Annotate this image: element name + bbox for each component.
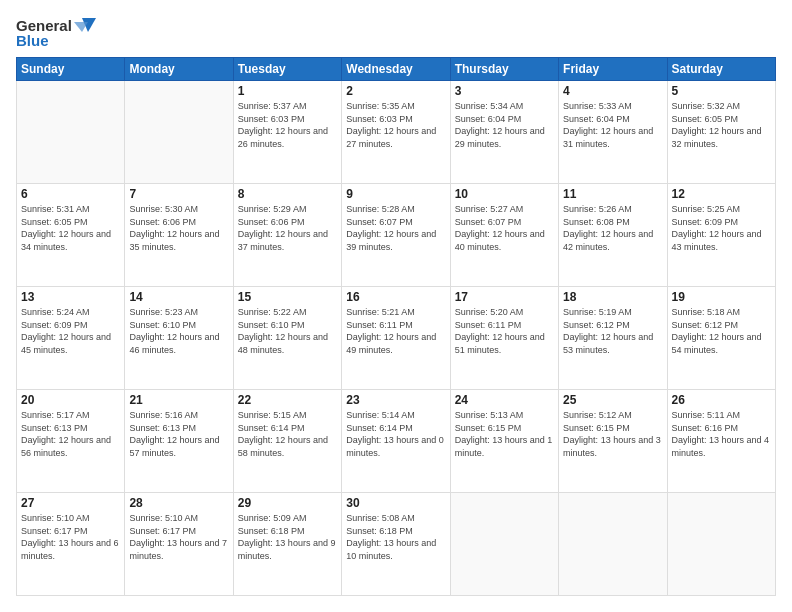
day-cell: 8Sunrise: 5:29 AMSunset: 6:06 PMDaylight…	[233, 184, 341, 287]
day-info: Sunrise: 5:26 AMSunset: 6:08 PMDaylight:…	[563, 203, 662, 253]
day-info: Sunrise: 5:34 AMSunset: 6:04 PMDaylight:…	[455, 100, 554, 150]
day-cell: 10Sunrise: 5:27 AMSunset: 6:07 PMDayligh…	[450, 184, 558, 287]
day-cell: 7Sunrise: 5:30 AMSunset: 6:06 PMDaylight…	[125, 184, 233, 287]
day-number: 20	[21, 393, 120, 407]
day-number: 16	[346, 290, 445, 304]
week-row-2: 6Sunrise: 5:31 AMSunset: 6:05 PMDaylight…	[17, 184, 776, 287]
day-number: 6	[21, 187, 120, 201]
day-number: 29	[238, 496, 337, 510]
calendar-header-row: SundayMondayTuesdayWednesdayThursdayFrid…	[17, 58, 776, 81]
day-cell: 22Sunrise: 5:15 AMSunset: 6:14 PMDayligh…	[233, 390, 341, 493]
day-number: 18	[563, 290, 662, 304]
calendar-table: SundayMondayTuesdayWednesdayThursdayFrid…	[16, 57, 776, 596]
day-info: Sunrise: 5:35 AMSunset: 6:03 PMDaylight:…	[346, 100, 445, 150]
day-cell	[125, 81, 233, 184]
day-cell: 6Sunrise: 5:31 AMSunset: 6:05 PMDaylight…	[17, 184, 125, 287]
day-cell: 26Sunrise: 5:11 AMSunset: 6:16 PMDayligh…	[667, 390, 775, 493]
logo-blue: Blue	[16, 32, 49, 49]
day-cell: 9Sunrise: 5:28 AMSunset: 6:07 PMDaylight…	[342, 184, 450, 287]
day-number: 8	[238, 187, 337, 201]
day-number: 4	[563, 84, 662, 98]
day-number: 7	[129, 187, 228, 201]
day-number: 30	[346, 496, 445, 510]
day-number: 11	[563, 187, 662, 201]
day-info: Sunrise: 5:18 AMSunset: 6:12 PMDaylight:…	[672, 306, 771, 356]
day-cell: 3Sunrise: 5:34 AMSunset: 6:04 PMDaylight…	[450, 81, 558, 184]
day-cell	[667, 493, 775, 596]
day-number: 21	[129, 393, 228, 407]
day-info: Sunrise: 5:21 AMSunset: 6:11 PMDaylight:…	[346, 306, 445, 356]
day-cell: 14Sunrise: 5:23 AMSunset: 6:10 PMDayligh…	[125, 287, 233, 390]
day-number: 17	[455, 290, 554, 304]
col-header-wednesday: Wednesday	[342, 58, 450, 81]
day-info: Sunrise: 5:25 AMSunset: 6:09 PMDaylight:…	[672, 203, 771, 253]
day-number: 25	[563, 393, 662, 407]
day-cell: 4Sunrise: 5:33 AMSunset: 6:04 PMDaylight…	[559, 81, 667, 184]
day-info: Sunrise: 5:14 AMSunset: 6:14 PMDaylight:…	[346, 409, 445, 459]
col-header-tuesday: Tuesday	[233, 58, 341, 81]
day-info: Sunrise: 5:17 AMSunset: 6:13 PMDaylight:…	[21, 409, 120, 459]
day-number: 13	[21, 290, 120, 304]
col-header-sunday: Sunday	[17, 58, 125, 81]
day-cell: 20Sunrise: 5:17 AMSunset: 6:13 PMDayligh…	[17, 390, 125, 493]
day-info: Sunrise: 5:33 AMSunset: 6:04 PMDaylight:…	[563, 100, 662, 150]
day-number: 2	[346, 84, 445, 98]
day-cell	[559, 493, 667, 596]
day-cell: 13Sunrise: 5:24 AMSunset: 6:09 PMDayligh…	[17, 287, 125, 390]
day-number: 19	[672, 290, 771, 304]
day-info: Sunrise: 5:08 AMSunset: 6:18 PMDaylight:…	[346, 512, 445, 562]
day-number: 27	[21, 496, 120, 510]
day-info: Sunrise: 5:10 AMSunset: 6:17 PMDaylight:…	[129, 512, 228, 562]
logo-general: General	[16, 17, 72, 34]
day-number: 5	[672, 84, 771, 98]
week-row-5: 27Sunrise: 5:10 AMSunset: 6:17 PMDayligh…	[17, 493, 776, 596]
week-row-3: 13Sunrise: 5:24 AMSunset: 6:09 PMDayligh…	[17, 287, 776, 390]
col-header-monday: Monday	[125, 58, 233, 81]
day-info: Sunrise: 5:15 AMSunset: 6:14 PMDaylight:…	[238, 409, 337, 459]
day-cell: 25Sunrise: 5:12 AMSunset: 6:15 PMDayligh…	[559, 390, 667, 493]
day-cell: 16Sunrise: 5:21 AMSunset: 6:11 PMDayligh…	[342, 287, 450, 390]
day-info: Sunrise: 5:20 AMSunset: 6:11 PMDaylight:…	[455, 306, 554, 356]
day-info: Sunrise: 5:30 AMSunset: 6:06 PMDaylight:…	[129, 203, 228, 253]
day-cell: 18Sunrise: 5:19 AMSunset: 6:12 PMDayligh…	[559, 287, 667, 390]
col-header-friday: Friday	[559, 58, 667, 81]
day-cell: 28Sunrise: 5:10 AMSunset: 6:17 PMDayligh…	[125, 493, 233, 596]
page: General Blue SundayMondayTuesdayWednesda…	[0, 0, 792, 612]
day-info: Sunrise: 5:19 AMSunset: 6:12 PMDaylight:…	[563, 306, 662, 356]
col-header-saturday: Saturday	[667, 58, 775, 81]
day-info: Sunrise: 5:09 AMSunset: 6:18 PMDaylight:…	[238, 512, 337, 562]
day-cell	[17, 81, 125, 184]
day-info: Sunrise: 5:31 AMSunset: 6:05 PMDaylight:…	[21, 203, 120, 253]
day-number: 3	[455, 84, 554, 98]
day-number: 28	[129, 496, 228, 510]
day-number: 10	[455, 187, 554, 201]
day-info: Sunrise: 5:28 AMSunset: 6:07 PMDaylight:…	[346, 203, 445, 253]
day-number: 1	[238, 84, 337, 98]
logo-icon	[74, 16, 96, 34]
header: General Blue	[16, 16, 776, 49]
week-row-1: 1Sunrise: 5:37 AMSunset: 6:03 PMDaylight…	[17, 81, 776, 184]
day-cell: 5Sunrise: 5:32 AMSunset: 6:05 PMDaylight…	[667, 81, 775, 184]
day-info: Sunrise: 5:27 AMSunset: 6:07 PMDaylight:…	[455, 203, 554, 253]
day-cell: 17Sunrise: 5:20 AMSunset: 6:11 PMDayligh…	[450, 287, 558, 390]
day-number: 15	[238, 290, 337, 304]
day-cell: 19Sunrise: 5:18 AMSunset: 6:12 PMDayligh…	[667, 287, 775, 390]
day-cell: 1Sunrise: 5:37 AMSunset: 6:03 PMDaylight…	[233, 81, 341, 184]
day-cell: 21Sunrise: 5:16 AMSunset: 6:13 PMDayligh…	[125, 390, 233, 493]
day-cell: 24Sunrise: 5:13 AMSunset: 6:15 PMDayligh…	[450, 390, 558, 493]
day-cell: 12Sunrise: 5:25 AMSunset: 6:09 PMDayligh…	[667, 184, 775, 287]
week-row-4: 20Sunrise: 5:17 AMSunset: 6:13 PMDayligh…	[17, 390, 776, 493]
day-number: 24	[455, 393, 554, 407]
day-info: Sunrise: 5:24 AMSunset: 6:09 PMDaylight:…	[21, 306, 120, 356]
logo: General Blue	[16, 16, 98, 49]
col-header-thursday: Thursday	[450, 58, 558, 81]
day-number: 14	[129, 290, 228, 304]
day-info: Sunrise: 5:32 AMSunset: 6:05 PMDaylight:…	[672, 100, 771, 150]
day-info: Sunrise: 5:10 AMSunset: 6:17 PMDaylight:…	[21, 512, 120, 562]
day-cell: 2Sunrise: 5:35 AMSunset: 6:03 PMDaylight…	[342, 81, 450, 184]
day-cell: 11Sunrise: 5:26 AMSunset: 6:08 PMDayligh…	[559, 184, 667, 287]
day-info: Sunrise: 5:16 AMSunset: 6:13 PMDaylight:…	[129, 409, 228, 459]
day-info: Sunrise: 5:12 AMSunset: 6:15 PMDaylight:…	[563, 409, 662, 459]
day-info: Sunrise: 5:13 AMSunset: 6:15 PMDaylight:…	[455, 409, 554, 459]
day-number: 22	[238, 393, 337, 407]
